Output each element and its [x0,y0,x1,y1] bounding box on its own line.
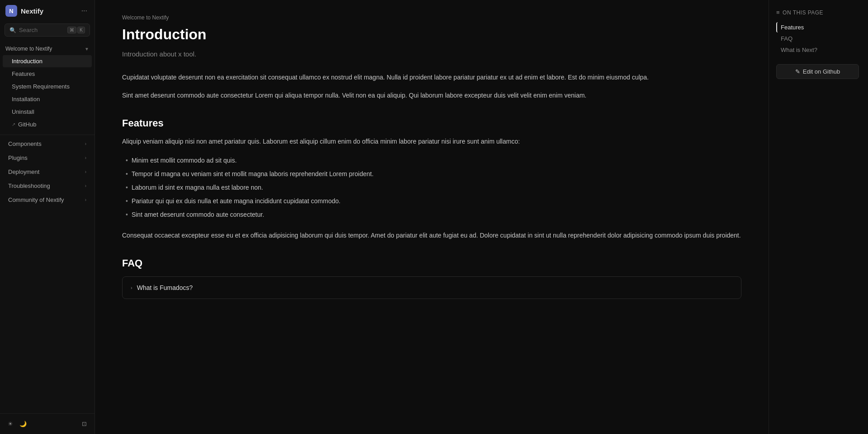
troubleshooting-label: Troubleshooting [8,182,50,189]
search-icon: 🔍 [9,27,16,33]
logo-area: N Nextify [5,5,43,17]
theme-toggle-button[interactable]: ☀ [5,418,15,429]
faq-chevron-icon: › [131,285,132,290]
welcome-section: Welcome to Nextify ▼ Introduction Featur… [0,41,94,133]
list-item: Laborum id sint ex magna nulla est labor… [126,181,741,195]
breadcrumb: Welcome to Nextify [122,14,741,21]
footer-icons: ☀ 🌙 [5,418,29,429]
search-kbd-cmd: ⌘ [67,27,76,33]
search-bar[interactable]: 🔍 Search ⌘ K [5,23,90,37]
search-placeholder: Search [19,27,65,33]
sidebar-item-github[interactable]: ↗ GitHub [3,118,92,131]
deployment-label: Deployment [8,168,39,175]
faq-section: FAQ › What is Fumadocs? [122,257,741,299]
sidebar-item-community[interactable]: Community of Nextify › [3,193,92,206]
list-item: Sint amet deserunt commodo aute consecte… [126,208,741,222]
faq-question-1: What is Fumadocs? [137,284,193,291]
community-label: Community of Nextify [8,196,64,203]
toc-header-label: On this page [783,9,823,16]
welcome-section-header[interactable]: Welcome to Nextify ▼ [0,43,94,55]
system-requirements-label: System Requirements [12,83,70,90]
features-outro: Consequat occaecat excepteur esse eu et … [122,230,741,241]
page-subtitle: Introduction about x tool. [122,50,741,58]
introduction-label: Introduction [12,58,42,65]
external-link-icon: ↗ [12,122,15,127]
welcome-chevron-icon: ▼ [85,47,89,51]
sidebar-item-components[interactable]: Components › [3,137,92,150]
more-options-button[interactable]: ··· [80,5,89,16]
sidebar-divider [0,135,94,135]
features-label: Features [12,70,35,77]
features-intro: Aliquip veniam aliquip nisi non amet par… [122,136,741,147]
dark-theme-button[interactable]: 🌙 [17,418,29,429]
list-item: Tempor id magna eu veniam sint et mollit… [126,168,741,181]
sidebar-item-features[interactable]: Features [3,68,92,80]
search-kbd-k: K [77,27,85,33]
faq-item-1[interactable]: › What is Fumadocs? [122,276,741,299]
sidebar-item-system-requirements[interactable]: System Requirements [3,80,92,93]
plugins-label: Plugins [8,154,28,161]
community-chevron-icon: › [85,197,86,202]
page-title: Introduction [122,26,741,43]
welcome-section-label: Welcome to Nextify [5,46,52,52]
toc-item-what-is-next[interactable]: What is Next? [776,45,859,55]
sidebar: N Nextify ··· 🔍 Search ⌘ K Welcome to Ne… [0,0,95,434]
toc-item-features[interactable]: Features [776,22,859,33]
search-shortcuts: ⌘ K [67,27,85,33]
list-item: Pariatur qui qui ex duis nulla et aute m… [126,195,741,208]
sidebar-item-deployment[interactable]: Deployment › [3,165,92,178]
components-label: Components [8,140,42,147]
components-chevron-icon: › [85,141,86,146]
app-logo-icon: N [5,5,17,17]
intro-paragraphs: Cupidatat voluptate deserunt non ea exer… [122,72,741,101]
sidebar-item-troubleshooting[interactable]: Troubleshooting › [3,179,92,192]
deployment-chevron-icon: › [85,169,86,174]
plugins-chevron-icon: › [85,155,86,160]
list-item: Minim est mollit commodo ad sit quis. [126,154,741,168]
sidebar-collapse-button[interactable]: ⊡ [80,418,89,429]
main-content: Welcome to Nextify Introduction Introduc… [95,0,769,434]
uninstall-label: Uninstall [12,108,34,115]
features-list: Minim est mollit commodo ad sit quis. Te… [126,154,741,221]
app-name: Nextify [21,7,43,15]
sidebar-item-introduction[interactable]: Introduction [3,55,92,67]
sidebar-item-uninstall[interactable]: Uninstall [3,106,92,118]
faq-heading: FAQ [122,257,741,269]
sidebar-footer: ☀ 🌙 ⊡ [0,413,94,434]
edit-icon: ✎ [795,68,800,75]
intro-paragraph-1: Cupidatat voluptate deserunt non ea exer… [122,72,741,83]
sidebar-item-installation[interactable]: Installation [3,93,92,105]
intro-paragraph-2: Sint amet deserunt commodo aute consecte… [122,90,741,101]
features-heading: Features [122,117,741,129]
sidebar-item-plugins[interactable]: Plugins › [3,151,92,164]
installation-label: Installation [12,96,40,103]
toc-item-faq[interactable]: FAQ [776,33,859,44]
toc-header: ≡ On this page [776,9,859,16]
troubleshooting-chevron-icon: › [85,183,86,188]
edit-button-label: Edit on Github [803,68,840,75]
edit-on-github-button[interactable]: ✎ Edit on Github [776,64,859,79]
github-label: GitHub [18,121,36,128]
sidebar-header: N Nextify ··· [0,0,94,22]
right-panel: ≡ On this page Features FAQ What is Next… [769,0,868,434]
toc-lines-icon: ≡ [776,9,780,16]
